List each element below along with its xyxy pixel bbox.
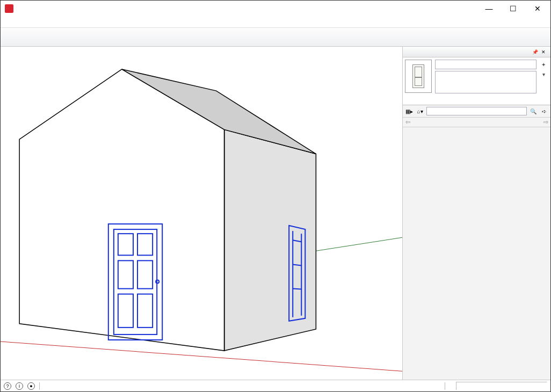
tray-close-icon[interactable]: ✕	[540, 48, 547, 56]
component-tabs	[403, 96, 550, 105]
component-options-icon[interactable]: ▾	[540, 70, 547, 78]
warehouse-search-input[interactable]	[426, 107, 527, 115]
component-name-input[interactable]	[435, 60, 536, 69]
titlebar: — ☐ ✕	[1, 1, 550, 17]
svg-marker-3	[224, 129, 316, 351]
svg-line-20	[293, 289, 301, 289]
component-description-input[interactable]	[435, 71, 536, 93]
info-icon[interactable]: i	[16, 382, 23, 390]
menubar	[1, 17, 550, 27]
statusbar: ? i ●	[1, 380, 550, 391]
close-button[interactable]: ✕	[525, 1, 549, 17]
maximize-button[interactable]: ☐	[501, 1, 525, 17]
measurements-input[interactable]	[456, 382, 547, 390]
components-panel-body: ✦ ▾ ▦▸ ⌂▾ 🔍 ➪ ⇦ ⇨	[403, 57, 550, 127]
component-thumbnail	[405, 60, 432, 93]
forward-icon[interactable]: ➪	[540, 107, 548, 115]
viewport-3d[interactable]	[1, 47, 402, 380]
user-icon[interactable]: ●	[27, 382, 35, 390]
search-icon[interactable]: 🔍	[529, 107, 538, 115]
app-icon	[5, 4, 13, 13]
view-mode-icon[interactable]: ▦▸	[405, 107, 414, 115]
home-icon[interactable]: ⌂▾	[416, 107, 424, 115]
tray-header: 📌 ✕	[403, 47, 550, 57]
pin-icon[interactable]: 📌	[531, 48, 539, 56]
main-toolbar	[1, 27, 550, 47]
default-tray: 📌 ✕ ✦ ▾ ▦▸ ⌂▾ 🔍	[402, 47, 550, 380]
nav-forward-icon[interactable]: ⇨	[541, 119, 550, 126]
nav-back-icon[interactable]: ⇦	[403, 119, 412, 126]
help-icon[interactable]: ?	[4, 382, 11, 390]
select-instance-icon[interactable]: ✦	[540, 61, 547, 68]
minimize-button[interactable]: —	[477, 1, 501, 17]
